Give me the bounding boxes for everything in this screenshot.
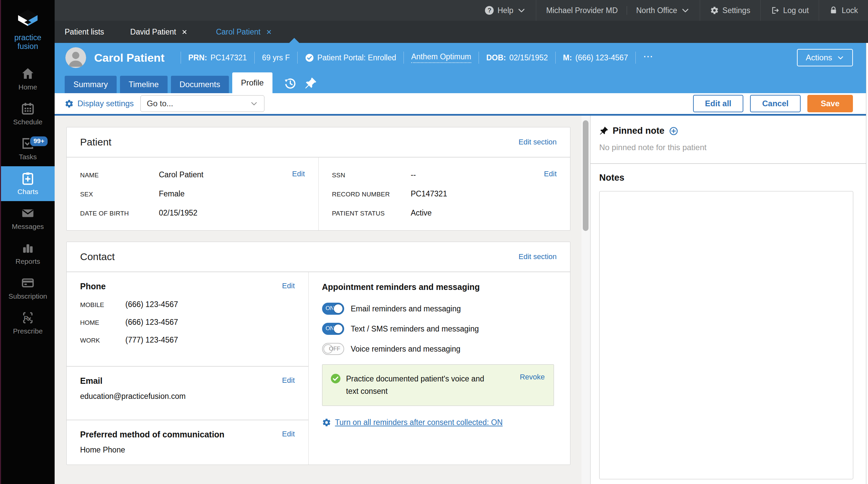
tab-summary[interactable]: Summary — [65, 76, 117, 93]
window-scrollbar-track[interactable] — [866, 43, 868, 484]
pin-icon[interactable] — [304, 77, 317, 90]
sidebar-item-home[interactable]: Home — [1, 62, 55, 96]
edit-link[interactable]: Edit — [292, 170, 305, 178]
sidebar-item-label: Home — [19, 83, 37, 91]
goto-selected-value: Go to... — [147, 99, 250, 108]
save-button[interactable]: Save — [807, 95, 853, 112]
app-screen: practice fusion Home Schedule — [0, 0, 868, 484]
divider — [403, 52, 404, 64]
vertical-scrollbar[interactable] — [582, 116, 590, 484]
divider — [478, 52, 479, 64]
subsection-title: Preferred method of communication — [80, 430, 224, 440]
tab-documents[interactable]: Documents — [171, 76, 229, 93]
provider-office-menu[interactable]: Michael Provider MD North Office — [536, 0, 700, 21]
edit-link[interactable]: Edit — [282, 430, 295, 438]
sidebar: practice fusion Home Schedule — [0, 0, 55, 484]
cards-region: Patient Edit section Edit NAMECarol Pati… — [55, 116, 582, 484]
patient-card: Patient Edit section Edit NAMECarol Pati… — [66, 127, 570, 231]
sidebar-item-prescribe[interactable]: R Prescribe — [1, 306, 55, 340]
turn-on-reminders-link[interactable]: Turn on all reminders after consent coll… — [335, 418, 503, 427]
sidebar-item-charts[interactable]: Charts — [1, 166, 55, 201]
section-title: Contact — [80, 251, 115, 263]
edit-link[interactable]: Edit — [544, 170, 557, 178]
divider — [297, 52, 298, 64]
sidebar-item-reports[interactable]: Reports — [1, 236, 55, 271]
sidebar-item-label: Messages — [12, 222, 44, 231]
toggle-label: Text / SMS reminders and messaging — [351, 325, 479, 333]
help-label: Help — [497, 6, 513, 15]
field-label: SEX — [80, 189, 159, 199]
more-icon[interactable]: ⋯ — [643, 51, 654, 64]
actions-button[interactable]: Actions — [797, 49, 853, 66]
phone-row: MOBILE(666) 123-4567 — [80, 300, 295, 309]
edit-link[interactable]: Edit — [282, 376, 295, 385]
reports-icon — [21, 241, 35, 255]
charts-icon — [21, 171, 35, 185]
phone-row: HOME(666) 123-4567 — [80, 318, 295, 327]
logout-button[interactable]: Log out — [761, 0, 819, 21]
profile-toolbar: Display settings Go to... Edit all Cance… — [55, 93, 868, 116]
tab-patient-lists[interactable]: Patient lists — [55, 21, 114, 43]
close-icon[interactable] — [266, 29, 272, 35]
settings-button[interactable]: Settings — [700, 0, 761, 21]
gear-icon — [710, 6, 719, 15]
tab-timeline[interactable]: Timeline — [120, 76, 167, 93]
tab-david-patient[interactable]: David Patient — [120, 21, 198, 43]
toggle-knob — [333, 304, 343, 314]
field-value: Female — [159, 189, 185, 199]
consent-banner: Practice documented patient's voice and … — [322, 364, 554, 406]
tab-carol-patient[interactable]: Carol Patient — [206, 21, 282, 43]
edit-section-link[interactable]: Edit section — [519, 252, 557, 261]
lock-button[interactable]: Lock — [819, 0, 868, 21]
edit-link[interactable]: Edit — [282, 281, 295, 290]
tab-profile[interactable]: Profile — [232, 72, 273, 93]
provider-name: Michael Provider MD — [546, 6, 618, 15]
display-settings-label: Display settings — [78, 99, 134, 108]
practice-fusion-logo-icon — [16, 9, 40, 31]
email-reminders-toggle[interactable]: ON — [322, 303, 344, 315]
toggle-row: ON Email reminders and messaging — [322, 303, 564, 315]
reminders-column: Appointment reminders and messaging ON E… — [309, 272, 570, 464]
sidebar-item-tasks[interactable]: 99+ Tasks — [1, 131, 55, 166]
toggle-row: OFF Voice reminders and messaging — [322, 343, 564, 355]
subscription-icon — [21, 276, 35, 290]
goto-select[interactable]: Go to... — [141, 95, 265, 112]
tab-label: David Patient — [130, 28, 176, 36]
patient-prn: PRN:PC147321 — [188, 53, 247, 62]
settings-label: Settings — [722, 6, 750, 15]
add-pinned-note-icon[interactable] — [669, 126, 678, 136]
notes-input[interactable] — [599, 191, 853, 479]
revoke-link[interactable]: Revoke — [520, 373, 545, 382]
sidebar-item-messages[interactable]: Messages — [1, 201, 55, 236]
toggle-knob — [333, 324, 343, 334]
phone-subsection: Phone Edit MOBILE(666) 123-4567 HOME(666… — [67, 272, 308, 367]
voice-reminders-toggle[interactable]: OFF — [322, 343, 344, 355]
sms-reminders-toggle[interactable]: ON — [322, 323, 344, 335]
display-settings-button[interactable]: Display settings — [65, 99, 134, 108]
sidebar-item-schedule[interactable]: Schedule — [1, 96, 55, 131]
history-icon[interactable] — [284, 77, 296, 90]
check-circle-icon — [331, 373, 341, 384]
subsection-title: Phone — [80, 281, 105, 291]
preferred-method-value: Home Phone — [80, 446, 295, 454]
scrollbar-thumb[interactable] — [583, 120, 589, 231]
field-label: MOBILE — [80, 300, 125, 309]
contact-card: Contact Edit section Phone Edit MOBILE(6… — [66, 242, 570, 465]
cancel-button[interactable]: Cancel — [750, 95, 801, 112]
messages-icon — [21, 206, 35, 220]
sidebar-item-subscription[interactable]: Subscription — [1, 271, 55, 306]
mobile-value: (666) 123-4567 — [576, 53, 628, 62]
edit-section-link[interactable]: Edit section — [519, 138, 557, 147]
help-menu[interactable]: ? Help — [475, 0, 535, 21]
insurance-link[interactable]: Anthem Optimum — [411, 52, 471, 63]
close-icon[interactable] — [181, 29, 188, 35]
chevron-down-icon — [837, 54, 844, 61]
section-title: Patient — [80, 137, 111, 148]
help-icon: ? — [485, 6, 494, 15]
edit-all-button[interactable]: Edit all — [693, 95, 744, 112]
toggle-label: Email reminders and messaging — [351, 304, 461, 313]
calendar-icon — [21, 101, 35, 116]
patient-name: Carol Patient — [94, 51, 164, 64]
toggle-label: Voice reminders and messaging — [351, 344, 461, 354]
subsection-title: Email — [80, 376, 102, 386]
